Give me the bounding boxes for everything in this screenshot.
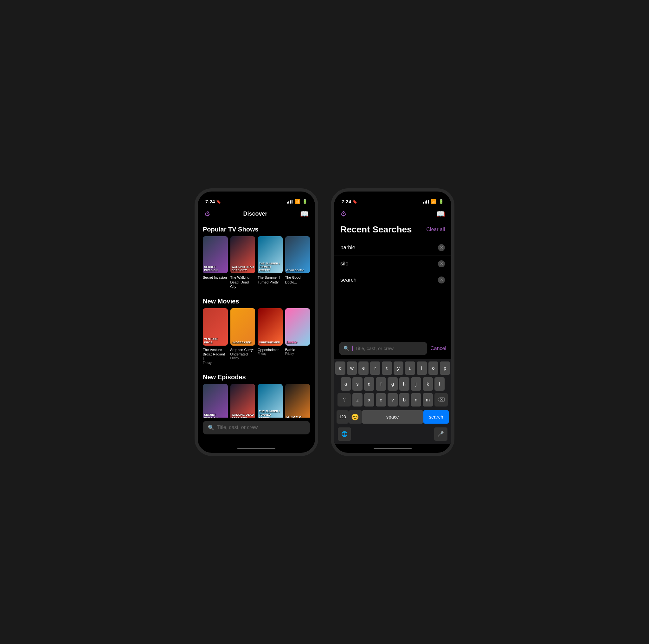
- home-indicator-1: [198, 444, 315, 453]
- status-icons-1: 📶 🔋: [287, 199, 307, 204]
- bookmark-icon-2[interactable]: 📖: [436, 210, 445, 218]
- time-display-1: 7:24 🔖: [205, 199, 221, 204]
- key-w[interactable]: w: [347, 361, 357, 375]
- remove-search-button[interactable]: ✕: [438, 277, 445, 283]
- key-u[interactable]: u: [405, 361, 415, 375]
- list-item[interactable]: H/JACK Hijack: [285, 384, 310, 417]
- status-icons-2: 📶 🔋: [423, 199, 444, 204]
- recent-searches-header: Recent Searches Clear all: [334, 222, 451, 240]
- list-item[interactable]: Good Doctor The Good Docto...: [285, 236, 310, 289]
- search-icon-1: 🔍: [208, 425, 214, 431]
- section-title-episodes: New Episodes: [198, 370, 315, 384]
- settings-icon-2[interactable]: ⚙: [340, 210, 347, 218]
- key-n[interactable]: n: [411, 393, 421, 406]
- key-t[interactable]: t: [382, 361, 392, 375]
- active-search-bar[interactable]: 🔍 Title, cast, or crew: [339, 342, 427, 355]
- nav-bar-2: ⚙ 📖: [334, 207, 451, 222]
- key-y[interactable]: y: [394, 361, 404, 375]
- key-d[interactable]: d: [364, 377, 374, 391]
- recent-searches-title: Recent Searches: [340, 225, 412, 235]
- movies-row: VENTURE BROS The Venture Bros.: Radiant …: [198, 308, 315, 370]
- list-item[interactable]: VENTURE BROS The Venture Bros.: Radiant …: [203, 308, 228, 365]
- key-a[interactable]: a: [341, 377, 351, 391]
- key-r[interactable]: r: [370, 361, 380, 375]
- key-b[interactable]: b: [399, 393, 409, 406]
- key-s[interactable]: s: [352, 377, 362, 391]
- recent-item-barbie[interactable]: barbie ✕: [334, 240, 451, 256]
- list-item[interactable]: Barbie Barbie Friday: [285, 308, 310, 365]
- key-c[interactable]: c: [376, 393, 386, 406]
- key-q[interactable]: q: [335, 361, 345, 375]
- search-icon-2: 🔍: [344, 346, 350, 351]
- key-z[interactable]: z: [352, 393, 362, 406]
- search-screen-content: Recent Searches Clear all barbie ✕ silo …: [334, 222, 451, 444]
- bookmark-icon[interactable]: 📖: [300, 210, 309, 218]
- keyboard-row-1: q w e r t y u i o p: [335, 361, 450, 375]
- bookmark-status-icon: 🔖: [216, 199, 221, 204]
- search-key[interactable]: search: [423, 410, 449, 424]
- recent-item-silo[interactable]: silo ✕: [334, 256, 451, 272]
- poster-secret-invasion-1: SECRET INVASION: [203, 236, 228, 274]
- key-g[interactable]: g: [388, 377, 398, 391]
- poster-hijack: H/JACK: [285, 384, 310, 417]
- poster-summer: THE SUMMER I TURNED PRETTY: [258, 236, 283, 274]
- keyboard: q w e r t y u i o p a s d f g h j k: [334, 359, 451, 444]
- tv-shows-row: SECRET INVASION Secret Invasion WALKING …: [198, 236, 315, 294]
- keyboard-row-2: a s d f g h j k l: [335, 377, 450, 391]
- poster-walking-dead: WALKING DEADDEAD CITY: [230, 236, 255, 274]
- delete-key[interactable]: ⌫: [434, 393, 448, 406]
- phone-1: 7:24 🔖 📶 🔋 ⚙ Discover 📖 Popular TV Shows: [194, 188, 318, 456]
- key-j[interactable]: j: [411, 377, 421, 391]
- recent-item-search[interactable]: search ✕: [334, 272, 451, 288]
- key-k[interactable]: k: [423, 377, 433, 391]
- mic-key[interactable]: 🎤: [434, 428, 447, 441]
- key-f[interactable]: f: [376, 377, 386, 391]
- key-v[interactable]: v: [388, 393, 398, 406]
- clear-all-button[interactable]: Clear all: [426, 227, 445, 232]
- list-item[interactable]: SECRET INVASION Secret Invasion: [203, 236, 228, 289]
- signal-icon: [287, 200, 293, 204]
- section-title-movies: New Movies: [198, 294, 315, 308]
- keyboard-row-3: ⇧ z x c v b n m ⌫: [335, 393, 450, 406]
- key-p[interactable]: p: [440, 361, 450, 375]
- key-l[interactable]: l: [434, 377, 445, 391]
- key-x[interactable]: x: [364, 393, 374, 406]
- globe-key[interactable]: 🌐: [338, 428, 351, 441]
- cancel-button[interactable]: Cancel: [430, 346, 446, 351]
- episodes-row: SECRET INVASION Secret Invasion WALKING …: [198, 384, 315, 417]
- list-item[interactable]: WALKING DEADDEAD CITY The Walking Dead: …: [230, 236, 255, 289]
- page-title-1: Discover: [243, 210, 267, 217]
- key-h[interactable]: h: [399, 377, 409, 391]
- key-123[interactable]: 123: [337, 410, 349, 424]
- battery-icon-2: 🔋: [439, 199, 444, 204]
- signal-icon-2: [423, 200, 429, 204]
- key-i[interactable]: i: [417, 361, 427, 375]
- settings-icon[interactable]: ⚙: [204, 210, 210, 218]
- list-item[interactable]: WALKING DEADDEAD CITY The Walking Dead: …: [230, 384, 255, 417]
- search-bar-1[interactable]: 🔍 Title, cast, or crew: [203, 421, 310, 434]
- remove-silo-button[interactable]: ✕: [438, 260, 445, 267]
- search-placeholder-1: Title, cast, or crew: [217, 425, 258, 430]
- shift-key[interactable]: ⇧: [338, 393, 351, 406]
- key-o[interactable]: o: [428, 361, 439, 375]
- poster-secret-invasion-2: SECRET INVASION: [203, 384, 228, 417]
- status-bar-1: 7:24 🔖 📶 🔋: [198, 192, 315, 207]
- list-item[interactable]: OPPENHEIMER Oppenheimer Friday: [258, 308, 283, 365]
- remove-barbie-button[interactable]: ✕: [438, 244, 445, 251]
- list-item[interactable]: UNDERRATED Stephen Curry: Underrated Fri…: [230, 308, 255, 365]
- search-placeholder-2: Title, cast, or crew: [355, 346, 394, 351]
- list-item[interactable]: SECRET INVASION Secret Invasion: [203, 384, 228, 417]
- space-key[interactable]: space: [362, 410, 423, 424]
- keyboard-footer: 🌐 🎤: [335, 426, 450, 443]
- key-e[interactable]: e: [358, 361, 369, 375]
- bottom-search-area: 🔍 Title, cast, or crew: [198, 417, 315, 444]
- list-item[interactable]: THE SUMMER I TURNED PRETTY The Summer I …: [258, 384, 283, 417]
- list-item[interactable]: THE SUMMER I TURNED PRETTY The Summer I …: [258, 236, 283, 289]
- emoji-key[interactable]: 😊: [349, 410, 362, 424]
- poster-barbie: Barbie: [285, 308, 310, 346]
- key-m[interactable]: m: [423, 393, 433, 406]
- active-search-area: 🔍 Title, cast, or crew Cancel: [334, 338, 451, 359]
- wifi-icon-2: 📶: [431, 199, 437, 204]
- poster-walking-dead-2: WALKING DEADDEAD CITY: [230, 384, 255, 417]
- time-display-2: 7:24 🔖: [342, 199, 357, 204]
